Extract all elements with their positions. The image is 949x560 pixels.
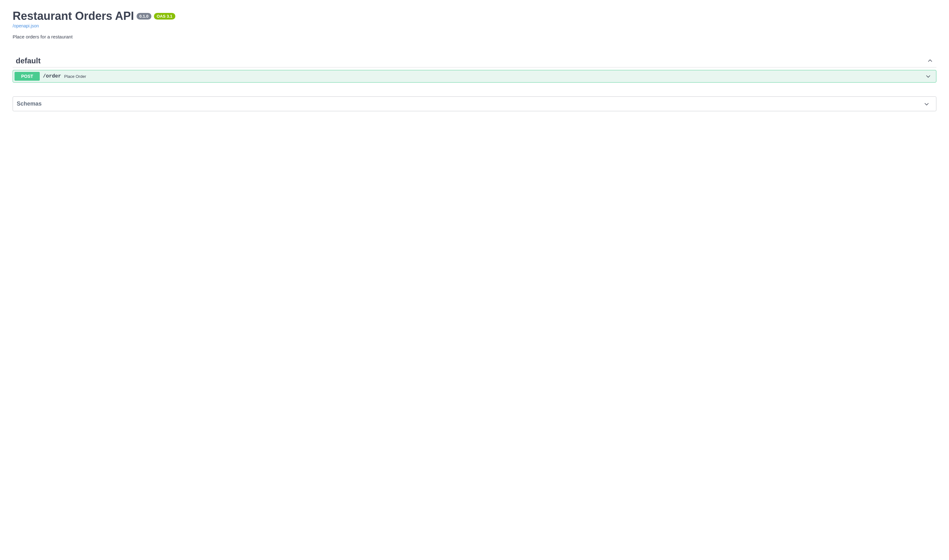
chevron-up-icon	[927, 58, 933, 64]
operation-post-order[interactable]: POST /order Place Order	[12, 70, 937, 83]
api-header: Restaurant Orders API 0.1.0 OAS 3.1 /ope…	[12, 9, 937, 39]
version-badge: 0.1.0	[137, 13, 151, 20]
tag-name: default	[16, 56, 41, 65]
tag-section-default: default POST /order Place Order	[12, 54, 937, 83]
chevron-down-icon	[925, 73, 931, 79]
title-line: Restaurant Orders API 0.1.0 OAS 3.1	[12, 9, 937, 23]
schemas-section: Schemas	[12, 97, 937, 111]
operation-summary: Place Order	[64, 74, 86, 79]
api-title: Restaurant Orders API	[12, 9, 134, 23]
schemas-header[interactable]: Schemas	[13, 97, 936, 111]
chevron-down-icon	[923, 101, 930, 107]
oas-badge: OAS 3.1	[154, 13, 175, 20]
openapi-spec-link[interactable]: /openapi.json	[12, 23, 937, 28]
tag-header-default[interactable]: default	[12, 54, 937, 68]
api-description: Place orders for a restaurant	[12, 34, 937, 39]
schemas-title: Schemas	[17, 100, 42, 107]
operation-path: /order	[43, 74, 61, 79]
http-method-badge: POST	[14, 72, 40, 81]
